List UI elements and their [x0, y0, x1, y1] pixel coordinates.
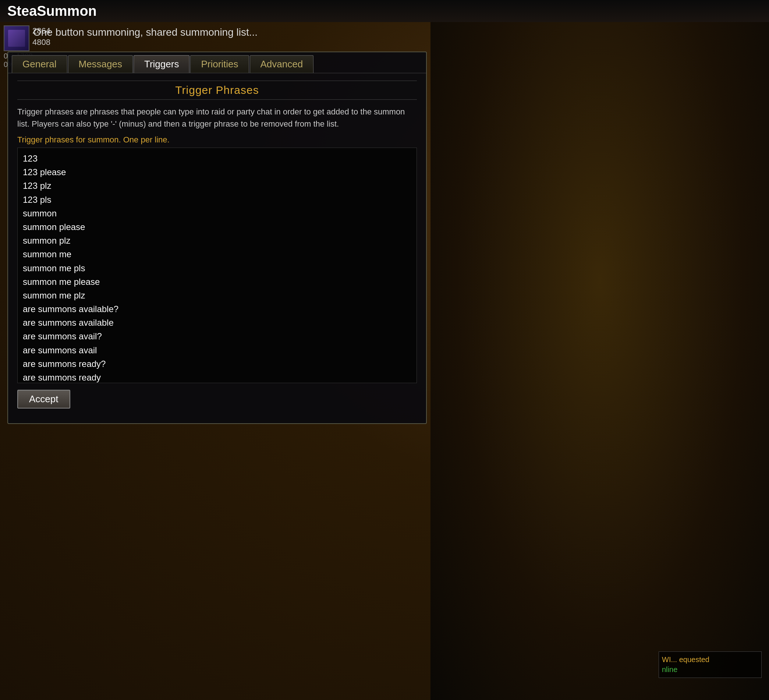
phrase-label: Trigger phrases for summon. One per line…: [17, 135, 417, 145]
status-row-1: WI... equested: [662, 655, 758, 665]
subtitle: One button summoning, shared summoning l…: [33, 26, 257, 38]
addon-window: General Messages Triggers Priorities Adv…: [7, 51, 427, 424]
trigger-phrases-textarea[interactable]: 123 123 please 123 plz 123 pls summon su…: [17, 148, 417, 383]
status-panel: WI... equested nline: [659, 652, 762, 678]
tab-messages[interactable]: Messages: [68, 55, 133, 73]
tab-priorities[interactable]: Priorities: [190, 55, 249, 73]
section-description: Trigger phrases are phrases that people …: [17, 106, 417, 130]
stat-row-2: 4808: [32, 37, 50, 48]
app-title: SteaSummon: [7, 3, 97, 19]
content-area: Trigger Phrases Trigger phrases are phra…: [8, 73, 426, 416]
top-bar: SteaSummon: [0, 0, 769, 22]
avatar: [4, 26, 29, 51]
game-background: [431, 0, 769, 700]
tab-advanced[interactable]: Advanced: [250, 55, 314, 73]
status-row-2: nline: [662, 665, 758, 674]
tab-bar: General Messages Triggers Priorities Adv…: [8, 52, 426, 73]
accept-button[interactable]: Accept: [17, 390, 70, 409]
section-title: Trigger Phrases: [17, 80, 417, 100]
tab-triggers[interactable]: Triggers: [134, 55, 190, 73]
tab-general[interactable]: General: [12, 55, 68, 73]
